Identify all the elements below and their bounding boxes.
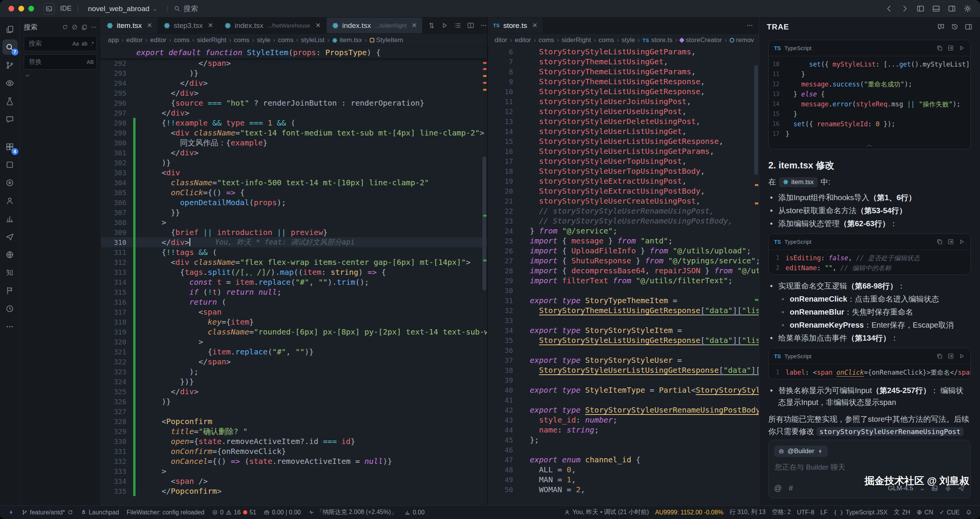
toggle-sidebar-button[interactable]: [916, 5, 924, 13]
toggle-secondary-sidebar-button[interactable]: [948, 5, 956, 13]
split-editor-icon[interactable]: [467, 22, 474, 29]
new-chat-icon[interactable]: [937, 23, 945, 31]
history-icon[interactable]: [951, 23, 959, 31]
breadcrumb-item-style[interactable]: style: [257, 36, 270, 44]
window-controls[interactable]: [8, 6, 34, 11]
more-actions-icon[interactable]: [480, 22, 487, 29]
code-line-309[interactable]: 309 {brief || introduction || preview}: [101, 227, 487, 237]
apply-code-icon[interactable]: [959, 45, 965, 51]
code-line-319[interactable]: 319 className="rounded-[6px] px-[8px] py…: [101, 327, 487, 337]
code-line-45[interactable]: 45};: [488, 435, 759, 445]
activitybar-flag[interactable]: [2, 283, 18, 298]
code-line-49[interactable]: 49 MAN = 1,: [488, 475, 759, 485]
open-in-editor-icon[interactable]: [81, 24, 87, 30]
breadcrumb-item-editor[interactable]: editor: [515, 36, 531, 44]
problems-status[interactable]: 0 16 51: [209, 506, 260, 519]
code-line-9[interactable]: 9 StoryStoryThemeListUsingGetResponse,: [488, 77, 759, 86]
code-line-302[interactable]: 302 )}: [101, 158, 487, 168]
code-line-312[interactable]: 312 <div className="flex flex-wrap items…: [101, 257, 487, 267]
code-line-329[interactable]: 329 title="确认删除? ": [101, 426, 487, 436]
code-line-316[interactable]: 316 return (: [101, 297, 487, 307]
close-window-button[interactable]: [8, 6, 14, 11]
code-line-7[interactable]: 7 storyStoryThemeListUsingGet,: [488, 57, 759, 67]
notifications-button[interactable]: [963, 506, 975, 519]
code-line-298[interactable]: 298 {!!example && type === 1 && (: [101, 118, 487, 128]
breadcrumb[interactable]: app›editor›editor›coms›siderRight›coms›s…: [101, 34, 487, 47]
code-line-50[interactable]: 50 WOMAN = 2,: [488, 485, 759, 495]
code-line-335[interactable]: 335 </Popconfirm>: [101, 486, 487, 496]
scrollbar[interactable]: [482, 58, 487, 505]
copy-icon[interactable]: [936, 353, 943, 359]
code-line-31[interactable]: 31export type StoryTypeThemeItem =: [488, 295, 759, 305]
activitybar-stats[interactable]: [2, 211, 18, 226]
breadcrumb-item-coms[interactable]: coms: [234, 36, 250, 44]
code-line-292[interactable]: 292 </span>: [101, 58, 487, 68]
filewatcher-status[interactable]: FileWatcher: config reloaded: [124, 506, 207, 519]
code-line-33[interactable]: 33: [488, 315, 759, 325]
remote-indicator[interactable]: [5, 506, 17, 519]
code-line-41[interactable]: 41: [488, 395, 759, 405]
scrollbar-thumb[interactable]: [482, 157, 486, 291]
close-icon[interactable]: ✕: [208, 21, 213, 29]
breadcrumb[interactable]: ditor›editor›coms›siderRight›coms›style›…: [488, 34, 759, 47]
code-line-318[interactable]: 318 key={item}: [101, 317, 487, 327]
code-line-295[interactable]: 295 </div>: [101, 88, 487, 98]
code-line-320[interactable]: 320 >: [101, 337, 487, 347]
activitybar-testing[interactable]: [2, 93, 18, 109]
code-line-293[interactable]: 293 )}: [101, 68, 487, 78]
code-line-303[interactable]: 303 <div: [101, 168, 487, 178]
cn-status[interactable]: CN: [913, 506, 936, 519]
code-line-12[interactable]: 12 storyStoryStyleUserUseUsingPost,: [488, 106, 759, 116]
code-line-310[interactable]: 310 </div>You, 昨天 * feat: 调试好文风部分api: [101, 237, 487, 247]
code-line-36[interactable]: 36: [488, 345, 759, 355]
code-line-48[interactable]: 48 ALL = 0,: [488, 465, 759, 475]
activitybar-source-control[interactable]: [2, 57, 18, 73]
activitybar-search[interactable]: 7: [2, 39, 18, 55]
code-line-34[interactable]: 34export type StoryStoryStyleItem =: [488, 325, 759, 335]
chat-placeholder[interactable]: 您正在与 Builder 聊天: [775, 462, 964, 472]
activitybar-preview[interactable]: [2, 75, 18, 91]
cursor-position[interactable]: 行 310, 列 13: [727, 506, 769, 519]
breadcrumb-item-app[interactable]: app: [108, 36, 119, 44]
whole-word-toggle[interactable]: ab: [82, 41, 88, 47]
close-icon[interactable]: ✕: [147, 21, 152, 29]
code-line-39[interactable]: 39: [488, 375, 759, 385]
code-line-308[interactable]: 308 >: [101, 217, 487, 227]
code-editor-store-ts[interactable]: 6 StoryStoryStyleListUsingGetParams,7 st…: [488, 47, 759, 505]
copy-icon[interactable]: [936, 45, 943, 51]
code-line-331[interactable]: 331 onConfirm={onRemoveClick}: [101, 446, 487, 456]
close-icon[interactable]: ✕: [315, 21, 321, 29]
code-line-313[interactable]: 313 {tags.split(/[,、/]/).map((item: stri…: [101, 267, 487, 277]
minimize-window-button[interactable]: [18, 6, 24, 11]
code-line-30[interactable]: 30: [488, 286, 759, 295]
code-line-43[interactable]: 43 style_id: number;: [488, 415, 759, 425]
activitybar-comments[interactable]: [2, 111, 18, 127]
activitybar-web[interactable]: [2, 247, 18, 262]
file-chip-item-tsx[interactable]: item.tsx: [779, 177, 818, 187]
code-line-15[interactable]: 15 StoryStoryStyleUserListUsingGetRespon…: [488, 136, 759, 146]
clear-results-icon[interactable]: [72, 24, 78, 30]
close-icon[interactable]: ✕: [412, 21, 417, 29]
activitybar-explorer[interactable]: [2, 21, 18, 37]
gear-icon[interactable]: [964, 5, 972, 13]
mention-button[interactable]: @: [774, 484, 782, 493]
code-line-18[interactable]: 18 StoryStoryStyleUserTopUsingPostBody,: [488, 166, 759, 176]
copy-icon[interactable]: [936, 238, 943, 245]
code-line-299[interactable]: 299 <div className="text-14 font-medium …: [101, 128, 487, 138]
code-line-17[interactable]: 17 storyStoryStyleUserTopUsingPost,: [488, 156, 759, 166]
code-line-294[interactable]: 294 </div>: [101, 78, 487, 88]
tab-index.tsx[interactable]: index.tsx.../hotWarehouse✕: [219, 18, 327, 33]
maximize-window-button[interactable]: [28, 6, 34, 11]
code-line-37[interactable]: 37export type StoryStoryStyleUser =: [488, 355, 759, 365]
git-blame-status[interactable]: You, 昨天 • 调试 (21 小时前): [561, 506, 652, 519]
chat-input-box[interactable]: @Builder 您正在与 Builder 聊天 @ # GLM-4.5 ⌄: [768, 440, 971, 498]
activitybar-zhihu[interactable]: 知: [2, 265, 18, 280]
breadcrumb-item-siderRight[interactable]: siderRight: [562, 36, 591, 44]
code-line-314[interactable]: 314 const t = item.replace("#", "").trim…: [101, 277, 487, 287]
breadcrumb-item-coms[interactable]: coms: [174, 36, 189, 44]
activitybar-account[interactable]: [2, 193, 18, 208]
breadcrumb-item-styleList[interactable]: styleList: [301, 36, 324, 44]
gold-price-status[interactable]: AU9999: 1152.00 -0.08%: [652, 506, 727, 519]
breadcrumb-item-StyleItem[interactable]: StyleItem: [370, 36, 403, 44]
code-line-332[interactable]: 332 onCancel={() => (state.removeActiveI…: [101, 456, 487, 466]
